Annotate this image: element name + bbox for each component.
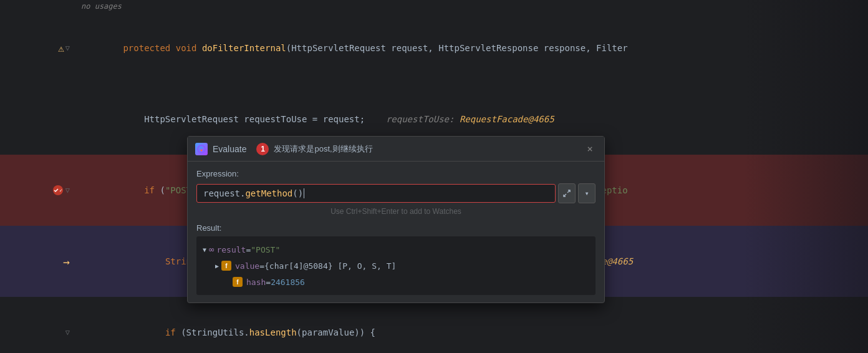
- line-5-content: if (StringUtils.hasLength(paramValue)) {: [75, 297, 382, 353]
- svg-point-0: [198, 145, 205, 153]
- fold-arrow-5[interactable]: ▽: [65, 328, 70, 337]
- expand-right-icon-value[interactable]: ▶: [215, 263, 219, 269]
- result-root-row[interactable]: ▼ ∞ result = "POST": [203, 241, 589, 258]
- field-icon-value: f: [221, 261, 231, 271]
- evaluate-header: Evaluate 1 发现请求是post,则继续执行 ×: [188, 137, 604, 162]
- expression-input[interactable]: request.getMethod(): [196, 184, 556, 203]
- watches-hint: Use Ctrl+Shift+Enter to add to Watches: [196, 203, 596, 220]
- result-value-value: {char[4]@5084} [P, O, S, T]: [264, 261, 396, 271]
- result-value-row[interactable]: ▶ f value = {char[4]@5084} [P, O, S, T]: [203, 258, 589, 274]
- result-label: Result:: [196, 223, 596, 233]
- result-hash-row: f hash = 2461856: [203, 274, 589, 290]
- infinity-icon: ∞: [209, 244, 214, 254]
- expression-input-row: request.getMethod() ▾: [196, 183, 596, 203]
- dropdown-button[interactable]: ▾: [578, 183, 596, 203]
- evaluate-icon: [195, 143, 208, 155]
- code-line-5: ▽ if (StringUtils.hasLength(paramValue))…: [0, 297, 868, 353]
- fold-arrow-3[interactable]: ▽: [65, 186, 70, 195]
- close-button[interactable]: ×: [583, 142, 597, 156]
- fold-arrow-1[interactable]: ▽: [65, 44, 70, 52]
- result-key-root: result: [216, 245, 246, 254]
- result-eq-root: =: [246, 245, 251, 254]
- expression-label: Expression:: [196, 169, 596, 178]
- result-value-root: "POST": [251, 245, 280, 254]
- chevron-down-icon: ▾: [584, 189, 589, 198]
- result-key-hash: hash: [246, 278, 266, 287]
- warning-icon: ⚠: [58, 42, 64, 54]
- result-value-hash: 2461856: [271, 278, 305, 287]
- expand-down-icon[interactable]: ▼: [203, 246, 206, 253]
- svg-point-1: [201, 149, 203, 151]
- no-usages-line: no usages: [0, 0, 868, 12]
- no-usages-text: no usages: [81, 2, 122, 11]
- result-tree: ▼ ∞ result = "POST" ▶ f value = {char[4]…: [196, 236, 596, 295]
- field-icon-hash: f: [233, 277, 243, 287]
- code-editor: no usages ⚠ ▽ protected void doFilterInt…: [0, 0, 868, 353]
- evaluate-title: Evaluate: [213, 144, 246, 154]
- evaluate-annotation: 发现请求是post,则继续执行: [274, 143, 372, 155]
- expand-button[interactable]: [558, 183, 576, 203]
- line-1-content: protected void doFilterInternal(HttpServ…: [75, 12, 634, 84]
- evaluate-badge: 1: [256, 143, 269, 155]
- breakpoint-indicator[interactable]: [53, 185, 63, 195]
- evaluate-body: Expression: request.getMethod() ▾: [188, 162, 604, 302]
- result-section: Result: ▼ ∞ result = "POST" ▶ f value: [196, 223, 596, 295]
- code-line-1: ⚠ ▽ protected void doFilterInternal(Http…: [0, 12, 868, 84]
- result-eq-hash: =: [266, 278, 271, 287]
- result-eq-value: =: [259, 261, 264, 271]
- debug-arrow: →: [63, 255, 70, 268]
- result-key-value: value: [235, 261, 259, 271]
- evaluate-dialog: Evaluate 1 发现请求是post,则继续执行 × Expression:…: [187, 136, 605, 303]
